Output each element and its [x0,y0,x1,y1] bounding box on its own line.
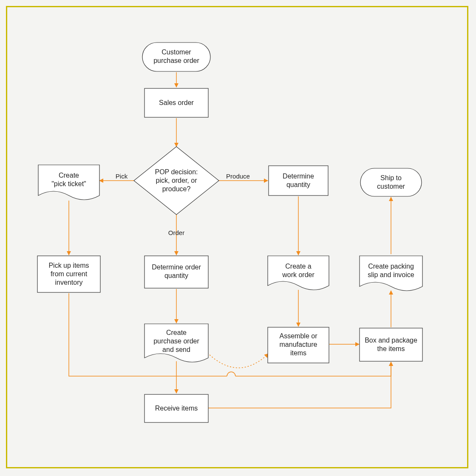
node-createpo-line1: Create [166,329,187,336]
edge-pickup-jump [227,372,235,376]
node-packing-line1: Create packing [368,263,414,270]
node-assemble-line2: manufacture [280,341,317,348]
node-receive-line1: Receive items [155,405,198,412]
node-createpo-line2: purchase order [153,337,199,345]
node-createpo-line3: and send [162,346,190,353]
node-determine-quantity: Determine quantity [269,166,328,196]
node-detorderqty-line1: Determine order [152,264,201,271]
edge-createpo-to-assemble-dotted [207,353,269,368]
node-ship-to-customer: Ship to customer [360,168,422,196]
edge-label-produce: Produce [226,173,250,180]
node-create-work-order: Create a work order [268,256,329,290]
node-assemble-line1: Assemble or [280,332,318,340]
node-pop-decision: POP decision: pick, order, or produce? [134,147,219,215]
node-pickup-line3: inventory [55,279,83,286]
node-workorder-line2: work order [282,271,314,278]
node-create-packing-slip: Create packing slip and invoice [360,256,422,291]
edge-pickup-to-merge-b [235,362,391,376]
node-create-pick-ticket: Create "pick ticket" [38,165,99,200]
svg-rect-3 [269,166,328,196]
node-decision-line2: pick, order, or [156,177,198,184]
node-ship-line1: Ship to [380,174,402,181]
node-receive-items: Receive items [144,394,208,422]
node-pickup-line2: from current [51,270,88,278]
node-workorder-line1: Create a [285,263,311,270]
node-customer-purchase-order: Customer purchase order [142,42,210,71]
node-assemble-line3: items [290,349,306,357]
node-packing-line2: slip and invoice [368,271,414,278]
node-box-line1: Box and package [365,337,417,344]
edge-receive-to-box [208,362,391,408]
node-assemble-items: Assemble or manufacture items [268,327,329,363]
edge-label-pick: Pick [116,173,128,180]
node-box-line2: the items [377,345,405,352]
node-decision-line1: POP decision: [155,168,198,176]
svg-rect-8 [360,328,422,361]
node-determine-order-quantity: Determine order quantity [144,256,208,288]
flowchart-canvas: Pick Produce Order Customer p [0,0,476,476]
node-pickup-line1: Pick up items [48,262,89,269]
node-decision-line3: produce? [162,185,191,193]
node-pickticket-line2: "pick ticket" [51,180,86,187]
node-pickticket-line1: Create [59,172,79,179]
node-detqty-line2: quantity [286,181,310,188]
node-create-purchase-order: Create purchase order and send [144,324,208,362]
node-start-line1: Customer [162,48,191,56]
node-sales-line1: Sales order [159,99,194,106]
node-detqty-line1: Determine [283,173,314,180]
svg-rect-4 [360,168,422,196]
node-sales-order: Sales order [144,88,208,117]
node-pick-up-items: Pick up items from current inventory [37,256,100,292]
node-start-line2: purchase order [153,57,199,64]
node-ship-line2: customer [377,183,405,190]
edge-label-order: Order [168,229,184,236]
node-detorderqty-line2: quantity [164,272,188,279]
node-box-and-package: Box and package the items [360,328,422,361]
